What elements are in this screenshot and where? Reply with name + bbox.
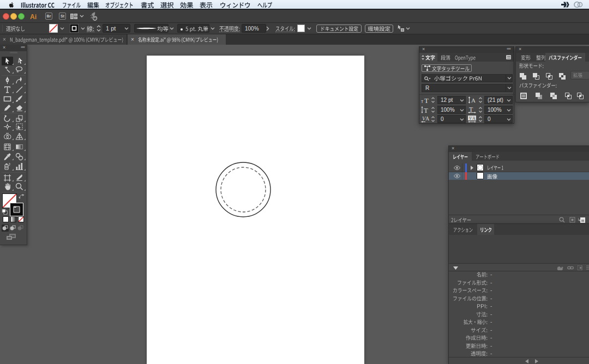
- svg-text:T: T: [424, 96, 429, 104]
- svg-text:т: т: [421, 99, 423, 104]
- svg-text:T: T: [424, 106, 428, 113]
- svg-text:A: A: [472, 116, 476, 121]
- svg-text:A: A: [425, 116, 430, 122]
- svg-text:A: A: [471, 97, 476, 104]
